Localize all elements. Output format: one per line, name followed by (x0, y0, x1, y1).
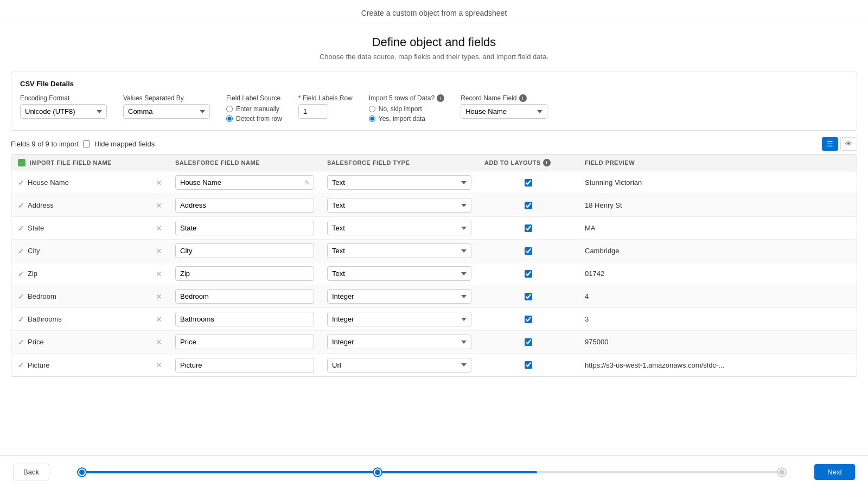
add-to-layouts-checkbox[interactable] (525, 316, 532, 323)
detect-from-row-radio[interactable] (226, 115, 233, 122)
encoding-format-label: Encoding Format (20, 94, 107, 102)
back-button[interactable]: Back (13, 464, 49, 480)
remove-field-icon[interactable]: ✕ (156, 224, 162, 233)
progress-dot-current (374, 468, 381, 476)
import-field-name-text: Zip (28, 269, 152, 278)
check-icon: ✓ (18, 338, 24, 346)
add-to-layouts-info-icon[interactable]: i (543, 159, 551, 166)
cell-sf-field-type: TextIntegerUrlNumberCurrencyDateCheckbox… (321, 286, 478, 307)
cell-add-to-layouts (478, 290, 578, 304)
no-skip-import-label[interactable]: No, skip import (369, 105, 444, 113)
sf-field-name-input[interactable] (175, 221, 314, 235)
field-preview-value: 975000 (585, 338, 608, 346)
header-add-to-layouts: ADD TO LAYOUTS i (478, 155, 578, 171)
enter-manually-radio[interactable] (226, 106, 233, 112)
list-view-button[interactable]: ☰ (822, 137, 838, 151)
wizard-title: Create a custom object from a spreadshee… (361, 9, 507, 17)
sf-field-type-select[interactable]: TextIntegerUrlNumberCurrencyDateCheckbox… (327, 175, 471, 190)
remove-field-icon[interactable]: ✕ (156, 178, 162, 187)
remove-field-icon[interactable]: ✕ (156, 201, 162, 210)
remove-field-icon[interactable]: ✕ (156, 269, 162, 278)
no-skip-import-radio[interactable] (369, 106, 375, 112)
cell-field-preview: Stunning Victorian (578, 175, 857, 190)
field-preview-value: MA (585, 224, 596, 232)
cell-field-preview: https://s3-us-west-1.amazonaws.com/sfdc-… (578, 358, 857, 373)
add-to-layouts-checkbox[interactable] (525, 338, 532, 346)
table-row: ✓ City ✕TextIntegerUrlNumberCurrencyDate… (11, 240, 857, 262)
sf-field-type-select[interactable]: TextIntegerUrlNumberCurrencyDateCheckbox… (327, 243, 471, 258)
add-to-layouts-checkbox[interactable] (525, 247, 532, 255)
sf-field-type-select[interactable]: TextIntegerUrlNumberCurrencyDateCheckbox… (327, 312, 471, 326)
yes-import-label[interactable]: Yes, import data (369, 115, 444, 123)
yes-import-radio[interactable] (369, 115, 375, 122)
cell-sf-field-name (169, 263, 321, 284)
sf-field-type-select[interactable]: TextIntegerUrlNumberCurrencyDateCheckbox… (327, 266, 471, 281)
sf-field-name-input[interactable] (175, 312, 314, 326)
cell-import-name: ✓ Address ✕ (11, 198, 169, 213)
sf-field-name-input[interactable] (175, 175, 314, 190)
cell-field-preview: 18 Henry St (578, 198, 857, 213)
sf-field-name-input[interactable] (175, 198, 314, 213)
import-field-name-text: Price (28, 338, 152, 346)
import-field-name-text: Bathrooms (28, 315, 152, 323)
field-preview-value: 01742 (585, 269, 604, 278)
progress-bar-area (49, 471, 814, 473)
grid-view-button[interactable]: 👁 (840, 137, 857, 151)
add-to-layouts-checkbox[interactable] (525, 202, 532, 209)
field-label-source-group: Field Label Source Enter manually Detect… (226, 94, 282, 123)
hide-mapped-checkbox[interactable] (83, 140, 90, 147)
remove-field-icon[interactable]: ✕ (156, 338, 162, 346)
footer: Back Next (0, 455, 868, 488)
cell-field-preview: 975000 (578, 335, 857, 349)
next-button[interactable]: Next (814, 464, 855, 480)
check-icon: ✓ (18, 315, 24, 324)
sf-field-name-input[interactable] (175, 358, 314, 373)
table-row: ✓ Picture ✕TextIntegerUrlNumberCurrencyD… (11, 354, 857, 376)
field-labels-row-group: * Field Labels Row (298, 94, 353, 119)
cell-sf-field-name (169, 195, 321, 216)
sf-field-name-input[interactable] (175, 266, 314, 281)
cell-field-preview: 3 (578, 312, 857, 326)
record-name-info-icon[interactable]: i (519, 94, 527, 102)
sf-field-name-input[interactable] (175, 289, 314, 304)
values-separated-select[interactable]: Comma Semicolon Tab Pipe (123, 104, 210, 119)
cell-field-preview: MA (578, 221, 857, 235)
fields-section-header: Fields 9 of 9 to import Hide mapped fiel… (11, 137, 857, 151)
page-subtitle: Choose the data source, map fields and t… (0, 53, 868, 61)
field-labels-row-input[interactable] (298, 104, 328, 119)
field-preview-value: 18 Henry St (585, 201, 622, 209)
check-icon: ✓ (18, 201, 24, 210)
add-to-layouts-checkbox[interactable] (525, 224, 532, 232)
cell-add-to-layouts (478, 267, 578, 281)
remove-field-icon[interactable]: ✕ (156, 292, 162, 301)
add-to-layouts-checkbox[interactable] (525, 179, 532, 187)
sf-field-type-select[interactable]: TextIntegerUrlNumberCurrencyDateCheckbox… (327, 221, 471, 235)
hide-mapped-label[interactable]: Hide mapped fields (94, 140, 155, 148)
table-row: ✓ State ✕TextIntegerUrlNumberCurrencyDat… (11, 217, 857, 240)
header-sf-field-name: SALESFORCE FIELD NAME (169, 155, 321, 171)
cell-sf-field-name (169, 240, 321, 261)
cell-import-name: ✓ Bathrooms ✕ (11, 312, 169, 327)
remove-field-icon[interactable]: ✕ (156, 315, 162, 324)
table-row: ✓ Zip ✕TextIntegerUrlNumberCurrencyDateC… (11, 262, 857, 285)
sf-field-name-input[interactable] (175, 335, 314, 349)
check-icon: ✓ (18, 178, 24, 187)
remove-field-icon[interactable]: ✕ (156, 361, 162, 369)
enter-manually-label[interactable]: Enter manually (226, 105, 282, 113)
sf-field-type-select[interactable]: TextIntegerUrlNumberCurrencyDateCheckbox… (327, 358, 471, 373)
detect-from-row-label[interactable]: Detect from row (226, 115, 282, 123)
field-label-source-radios: Enter manually Detect from row (226, 105, 282, 123)
remove-field-icon[interactable]: ✕ (156, 247, 162, 255)
sf-field-type-select[interactable]: TextIntegerUrlNumberCurrencyDateCheckbox… (327, 335, 471, 349)
sf-field-type-select[interactable]: TextIntegerUrlNumberCurrencyDateCheckbox… (327, 289, 471, 304)
record-name-field-select[interactable]: House Name Address City (461, 104, 547, 119)
sf-field-type-select[interactable]: TextIntegerUrlNumberCurrencyDateCheckbox… (327, 198, 471, 213)
import-data-info-icon[interactable]: i (437, 94, 444, 102)
sf-field-name-input[interactable] (175, 243, 314, 258)
encoding-format-group: Encoding Format Unicode (UTF8) UTF-16 IS… (20, 94, 107, 119)
encoding-format-select[interactable]: Unicode (UTF8) UTF-16 ISO-8859-1 (20, 104, 107, 119)
add-to-layouts-checkbox[interactable] (525, 293, 532, 300)
add-to-layouts-checkbox[interactable] (525, 361, 532, 369)
add-to-layouts-checkbox[interactable] (525, 270, 532, 278)
csv-section-title: CSV File Details (20, 80, 848, 88)
